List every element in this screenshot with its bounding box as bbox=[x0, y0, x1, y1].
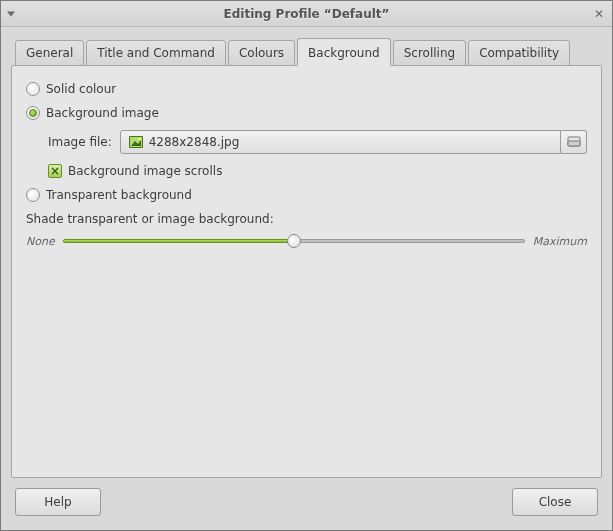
image-scrolls-option[interactable]: Background image scrolls bbox=[48, 164, 587, 178]
svg-point-3 bbox=[138, 138, 141, 141]
solid-colour-label: Solid colour bbox=[46, 82, 116, 96]
checkbox-icon bbox=[48, 164, 62, 178]
window-close-button[interactable]: ✕ bbox=[594, 7, 604, 21]
shade-min-label: None bbox=[26, 235, 55, 248]
background-image-label: Background image bbox=[46, 106, 159, 120]
tab-scrolling[interactable]: Scrolling bbox=[393, 40, 466, 66]
image-file-field[interactable]: 4288x2848.jpg bbox=[120, 130, 561, 154]
content-area: General Title and Command Colours Backgr… bbox=[1, 27, 612, 530]
shade-slider[interactable] bbox=[63, 234, 525, 248]
tab-title-and-command[interactable]: Title and Command bbox=[86, 40, 226, 66]
help-button[interactable]: Help bbox=[15, 488, 101, 516]
folder-open-icon bbox=[567, 136, 581, 148]
radio-icon bbox=[26, 106, 40, 120]
tab-colours[interactable]: Colours bbox=[228, 40, 295, 66]
image-file-browse-button[interactable] bbox=[561, 130, 587, 154]
tab-bar: General Title and Command Colours Backgr… bbox=[11, 37, 602, 65]
shade-max-label: Maximum bbox=[533, 235, 587, 248]
transparent-background-label: Transparent background bbox=[46, 188, 192, 202]
image-file-icon bbox=[129, 136, 143, 148]
radio-icon bbox=[26, 82, 40, 96]
solid-colour-option[interactable]: Solid colour bbox=[26, 82, 587, 96]
window-menu-icon[interactable] bbox=[7, 11, 15, 16]
radio-icon bbox=[26, 188, 40, 202]
transparent-background-option[interactable]: Transparent background bbox=[26, 188, 587, 202]
slider-thumb[interactable] bbox=[287, 234, 301, 248]
tab-general[interactable]: General bbox=[15, 40, 84, 66]
shade-slider-row: None Maximum bbox=[26, 234, 587, 248]
background-image-option[interactable]: Background image bbox=[26, 106, 587, 120]
button-bar: Help Close bbox=[11, 478, 602, 520]
window-title: Editing Profile “Default” bbox=[224, 7, 390, 21]
background-panel: Solid colour Background image Image file… bbox=[11, 65, 602, 478]
slider-fill bbox=[63, 239, 294, 243]
titlebar: Editing Profile “Default” ✕ bbox=[1, 1, 612, 27]
shade-label: Shade transparent or image background: bbox=[26, 212, 587, 226]
tab-compatibility[interactable]: Compatibility bbox=[468, 40, 570, 66]
tab-background[interactable]: Background bbox=[297, 38, 391, 66]
image-file-chooser[interactable]: 4288x2848.jpg bbox=[120, 130, 587, 154]
image-file-label: Image file: bbox=[48, 135, 112, 149]
image-file-value: 4288x2848.jpg bbox=[149, 135, 240, 149]
profile-editor-window: Editing Profile “Default” ✕ General Titl… bbox=[0, 0, 613, 531]
image-file-row: Image file: 4288x2848.jpg bbox=[48, 130, 587, 154]
image-scrolls-label: Background image scrolls bbox=[68, 164, 222, 178]
close-button[interactable]: Close bbox=[512, 488, 598, 516]
svg-rect-5 bbox=[568, 141, 580, 146]
